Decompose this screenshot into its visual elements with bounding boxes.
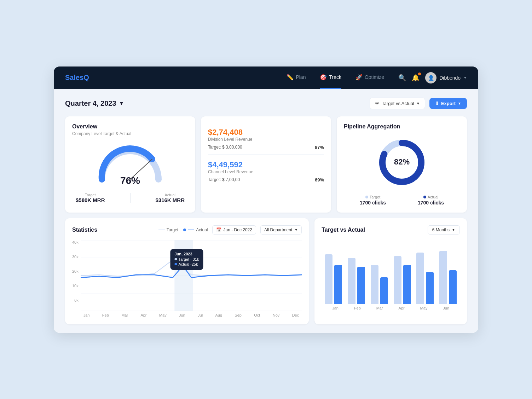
chevron-down-icon: ▼	[294, 228, 298, 232]
actual-legend-item: Actual	[183, 227, 208, 232]
bar-apr-actual	[403, 265, 411, 304]
division-target: Target: $ 3,00,000	[208, 145, 242, 150]
gauge-container: 76%	[72, 140, 188, 190]
bar-x-feb: Feb	[354, 306, 361, 310]
bar-x-may: May	[420, 306, 428, 310]
bar-group-mar	[371, 265, 388, 304]
bell-icon[interactable]: 🔔	[412, 74, 420, 82]
bar-group-jun	[439, 251, 457, 304]
date-filter[interactable]: 📅 Jan - Dec 2022	[212, 225, 256, 235]
gauge-labels: Target $580K MRR Actual $316K MRR	[72, 193, 188, 203]
gauge-percent: 76%	[120, 175, 140, 186]
nav-items: ✏️ Plan 🎯 Track 🚀 Optimize	[287, 67, 384, 89]
calendar-icon: 📅	[216, 227, 221, 232]
y-axis: 40k 30k 20k 10k 0k	[72, 240, 81, 311]
target-line-icon	[158, 230, 165, 230]
statistics-card: Statistics Target Actual 📅	[65, 218, 309, 324]
pipeline-target-value: 1700 clicks	[360, 200, 386, 206]
pipeline-target-legend: Target 1700 clicks	[360, 195, 386, 206]
target-actual-button[interactable]: 👁 Target vs Actual ▼	[370, 98, 425, 109]
actual-dot	[423, 196, 426, 198]
plan-icon: ✏️	[287, 74, 294, 81]
channel-amount: $4,49,592	[208, 160, 324, 169]
x-feb: Feb	[102, 313, 109, 317]
download-icon: ⬇	[435, 101, 439, 106]
gauge-target-value: $580K MRR	[76, 197, 105, 203]
division-amount: $2,74,408	[208, 128, 324, 137]
app-logo: SalesQ	[65, 74, 89, 82]
chevron-down-icon: ▼	[119, 100, 124, 106]
quarter-label: Quarter 4, 2023	[65, 99, 116, 108]
x-dec: Dec	[292, 313, 299, 317]
search-icon[interactable]: 🔍	[398, 74, 406, 82]
header-actions: 👁 Target vs Actual ▼ ⬇ Export ▼	[370, 98, 467, 109]
x-sep: Sep	[235, 313, 242, 317]
x-apr: Apr	[140, 313, 146, 317]
nav-right: 🔍 🔔 👤 Dibbendo ▼	[398, 72, 467, 83]
eye-icon: 👁	[375, 101, 380, 106]
bar-group-apr	[394, 256, 411, 304]
months-filter[interactable]: 6 Months ▼	[428, 225, 460, 235]
nav-track-label: Track	[329, 74, 341, 80]
gauge-divider	[130, 193, 131, 203]
y-label-0k: 0k	[72, 298, 79, 302]
tva-header: Target vs Actual 6 Months ▼	[322, 225, 460, 235]
bar-may-actual	[426, 272, 434, 304]
bar-mar-actual	[380, 277, 388, 304]
chevron-down-icon: ▼	[416, 102, 420, 105]
pipeline-card: Pipeline Aggregation 82%	[337, 116, 467, 213]
bar-jun-target	[439, 251, 447, 304]
bar-x-jun: Jun	[443, 306, 449, 310]
target-legend-item: Target	[158, 227, 178, 232]
nav-item-optimize[interactable]: 🚀 Optimize	[355, 67, 384, 89]
x-jun: Jun	[179, 313, 185, 317]
gauge-actual-title: Actual	[155, 193, 185, 197]
actual-legend-label: Actual	[196, 227, 208, 232]
y-label-20k: 20k	[72, 269, 79, 273]
target-vs-actual-card: Target vs Actual 6 Months ▼	[314, 218, 467, 324]
user-menu[interactable]: 👤 Dibbendo ▼	[425, 72, 467, 83]
division-pct: 87%	[315, 145, 324, 150]
revenue-card: $2,74,408 Division Level Revenue Target:…	[201, 116, 331, 213]
main-content: Quarter 4, 2023 ▼ 👁 Target vs Actual ▼ ⬇…	[54, 89, 478, 333]
bar-apr-target	[394, 256, 401, 304]
division-label: Division Level Revenue	[208, 137, 324, 142]
pipeline-actual-value: 1700 clicks	[418, 200, 444, 206]
nav-item-track[interactable]: 🎯 Track	[320, 67, 341, 89]
y-label-10k: 10k	[72, 284, 79, 288]
nav-item-plan[interactable]: ✏️ Plan	[287, 67, 306, 89]
bar-x-apr: Apr	[399, 306, 405, 310]
chart-body: 40k 30k 20k 10k 0k	[72, 240, 302, 317]
navbar: SalesQ ✏️ Plan 🎯 Track 🚀 Optimize 🔍 🔔 👤	[54, 66, 478, 89]
stats-legend: Target Actual	[158, 227, 208, 232]
avatar: 👤	[425, 72, 436, 83]
dept-filter[interactable]: All Department ▼	[260, 225, 302, 235]
donut-svg: 82%	[374, 134, 430, 191]
export-button[interactable]: ⬇ Export ▼	[429, 98, 467, 109]
pipeline-actual-legend: Actual 1700 clicks	[418, 195, 444, 206]
quarter-selector[interactable]: Quarter 4, 2023 ▼	[65, 99, 124, 108]
statistics-header: Statistics Target Actual 📅	[72, 225, 302, 235]
bar-feb-target	[348, 258, 355, 304]
bar-x-labels: Jan Feb Mar Apr May Jun	[322, 304, 460, 310]
pipeline-legend: Target 1700 clicks Actual 1700 clicks	[344, 195, 460, 206]
months-label: 6 Months	[432, 227, 450, 232]
chevron-down-icon: ▼	[458, 102, 461, 105]
page-header: Quarter 4, 2023 ▼ 👁 Target vs Actual ▼ ⬇…	[65, 98, 467, 109]
y-label-30k: 30k	[72, 255, 79, 259]
line-chart-wrapper: Jun, 2023 Target - 31k Actual -25k	[81, 240, 302, 311]
pipeline-target-label: Target	[370, 195, 381, 199]
bar-x-jan: Jan	[332, 306, 339, 310]
gauge-target: Target $580K MRR	[76, 193, 105, 203]
channel-revenue: $4,49,592 Channel Level Revenue Target: …	[208, 155, 324, 187]
division-revenue: $2,74,408 Division Level Revenue Target:…	[208, 123, 324, 155]
channel-target: Target: $ 7,00,00	[208, 177, 240, 182]
nav-plan-label: Plan	[296, 74, 306, 80]
bar-x-mar: Mar	[376, 306, 383, 310]
overview-card: Overview Company Level Target & Actual 7…	[65, 116, 195, 213]
x-jul: Jul	[198, 313, 203, 317]
actual-line-icon	[188, 230, 194, 230]
bottom-row: Statistics Target Actual 📅	[65, 218, 467, 324]
x-oct: Oct	[254, 313, 260, 317]
statistics-title: Statistics	[72, 227, 97, 233]
